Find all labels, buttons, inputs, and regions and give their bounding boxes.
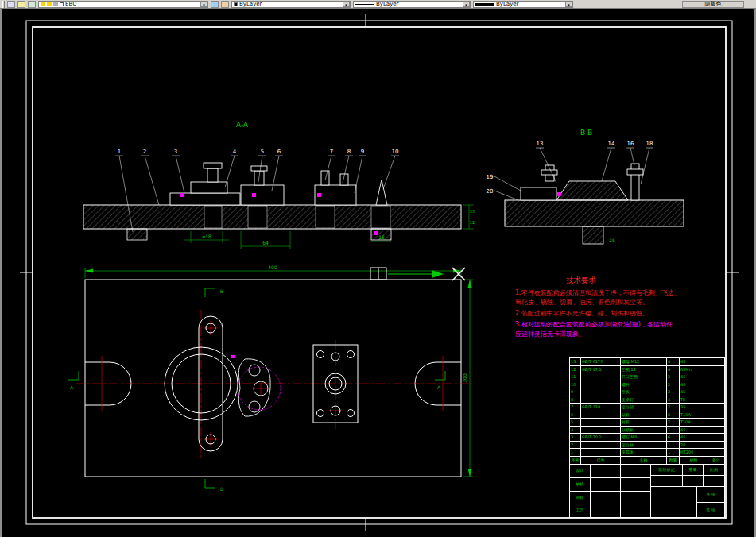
part-number: 2 xyxy=(143,149,146,155)
tech-line: 应运转灵活无卡滞现象。 xyxy=(515,330,585,338)
parts-cell: 2 xyxy=(667,404,680,411)
dim-label: 35 xyxy=(470,209,475,214)
parts-row: 4钻模板145 xyxy=(570,427,724,435)
parts-row: 12GB/T 97.1垫圈 12465Mn xyxy=(570,366,724,374)
parts-cell xyxy=(581,449,621,456)
color-value: ByLayer xyxy=(239,1,262,7)
dim-height-label: 300 xyxy=(462,373,467,383)
dim-label: 12 xyxy=(470,220,475,225)
parts-cell: 4 xyxy=(667,366,680,373)
field-label: 设计 xyxy=(570,465,591,477)
parts-row: 1夹具体1HT200 xyxy=(570,449,724,457)
parts-cell: 螺杆 xyxy=(621,381,667,388)
layer-name: EBU xyxy=(65,1,76,7)
layer-properties-icon[interactable] xyxy=(7,1,15,8)
layer-isolate-icon[interactable] xyxy=(221,1,229,8)
layer-previous-icon[interactable] xyxy=(28,1,36,8)
parts-cell: 45 xyxy=(680,373,708,381)
parts-cell: 材料 xyxy=(680,457,708,464)
parts-row: 13GB/T 6170螺母 M12445 xyxy=(570,358,724,366)
part-number: 8 xyxy=(347,149,351,155)
section-b-label: B-B xyxy=(580,129,592,137)
parts-cell: 衬套 xyxy=(621,419,667,426)
parts-row: 10螺杆245 xyxy=(570,381,724,389)
parts-cell: 1 xyxy=(570,449,581,456)
parts-cell: 数量 xyxy=(667,457,680,464)
part-number: 9 xyxy=(361,149,364,155)
parts-cell: 夹具体 xyxy=(621,449,667,456)
section-b-view: B-B 13 14 16 xyxy=(487,129,684,244)
part-number: 5 xyxy=(261,149,264,155)
toolbar-grip[interactable] xyxy=(2,1,5,8)
parts-cell: 1 xyxy=(667,449,680,456)
parts-cell: 35 xyxy=(680,404,708,411)
parts-cell: GB/T 97.1 xyxy=(581,366,621,373)
tech-requirements: 技术要求 1.零件在装配前必须清理和清洗干净，不得有毛刺、飞边、 氧化皮、锈蚀、… xyxy=(515,276,680,338)
parts-cell xyxy=(708,396,724,404)
parts-cell: 20 xyxy=(680,442,708,449)
parts-cell xyxy=(708,442,724,449)
part-number: 6 xyxy=(277,149,281,155)
parts-cell xyxy=(708,381,724,388)
part-number: 3 xyxy=(174,149,177,155)
parts-cell xyxy=(708,404,724,411)
layer-dropdown[interactable]: EBU ▾ xyxy=(38,1,208,8)
chevron-down-icon[interactable]: ▾ xyxy=(200,2,207,7)
parts-cell: 2 xyxy=(570,442,581,449)
make-layer-current-icon[interactable] xyxy=(17,1,25,8)
parts-cell: 钻套 xyxy=(621,411,667,419)
section-a-view: A-A xyxy=(83,121,475,249)
plot-style-control[interactable]: 随颜色 xyxy=(682,1,744,8)
parts-cell: 2 xyxy=(667,419,680,426)
layer-states-icon[interactable] xyxy=(211,1,219,8)
empty-cell xyxy=(621,478,650,491)
drawing-title-cell xyxy=(651,487,697,517)
section-mark-b-top: B xyxy=(220,288,223,294)
plan-view: 400 300 B B A A xyxy=(68,265,473,492)
tech-line: 3.相对运动的配合面装配前必须加润滑油(脂)，各运动件 xyxy=(515,321,673,328)
linetype-dropdown[interactable]: ByLayer ▾ xyxy=(353,1,471,8)
parts-row: 9压板245 xyxy=(570,388,724,396)
section-a-components xyxy=(170,163,387,205)
field-label: 阶段标记 xyxy=(651,465,683,475)
parts-cell: 代号 xyxy=(581,457,621,464)
parts-cell xyxy=(581,419,621,426)
linetype-sample-icon xyxy=(355,4,374,5)
parts-cell xyxy=(708,419,724,426)
parts-cell: GB/T 70.1 xyxy=(581,434,621,441)
chevron-down-icon[interactable]: ▾ xyxy=(463,2,470,7)
layer-on-icon xyxy=(41,2,45,6)
datum-leader xyxy=(370,268,444,280)
parts-row: 3GB/T 70.1螺钉 M8645 xyxy=(570,434,724,442)
layer-lock-icon xyxy=(53,2,58,6)
linetype-value: ByLayer xyxy=(376,1,398,7)
parts-cell: T10A xyxy=(680,411,708,419)
field-label: 比例 xyxy=(704,465,724,475)
parts-cell xyxy=(708,411,724,419)
parts-cell: 2 xyxy=(667,381,680,388)
parts-cell: T10A xyxy=(680,419,708,426)
parts-cell xyxy=(581,373,621,381)
color-dropdown[interactable]: ByLayer ▾ xyxy=(231,1,351,8)
part-number: 14 xyxy=(608,141,615,147)
parts-cell: 名称 xyxy=(621,457,667,464)
chevron-down-icon[interactable]: ▾ xyxy=(343,2,350,7)
parts-cell xyxy=(708,366,724,373)
title-block-info: 阶段标记 重量 比例 共 张 第 张 xyxy=(651,465,724,517)
layer-freeze-icon xyxy=(47,2,52,6)
parts-row: 7GB/T 119定位销235 xyxy=(570,404,724,411)
part-number: 4 xyxy=(233,149,237,155)
section-mark-a-left: A xyxy=(70,384,74,390)
parts-header-row: 序号代号名称数量材料备注 xyxy=(570,457,724,465)
lineweight-dropdown[interactable]: ByLayer ▾ xyxy=(473,1,573,8)
parts-cell: 8 xyxy=(570,396,581,404)
lineweight-value: ByLayer xyxy=(496,1,518,7)
empty-cell xyxy=(591,478,621,491)
parts-cell: 3 xyxy=(570,434,581,441)
section-mark-a-right: A xyxy=(437,384,441,390)
part-number: 20 xyxy=(487,188,494,195)
field-label: 审核 xyxy=(570,492,591,504)
chevron-down-icon[interactable]: ▾ xyxy=(565,2,572,7)
parts-cell: 压板 xyxy=(621,388,667,396)
section-mark-b-bottom: B xyxy=(220,486,223,492)
